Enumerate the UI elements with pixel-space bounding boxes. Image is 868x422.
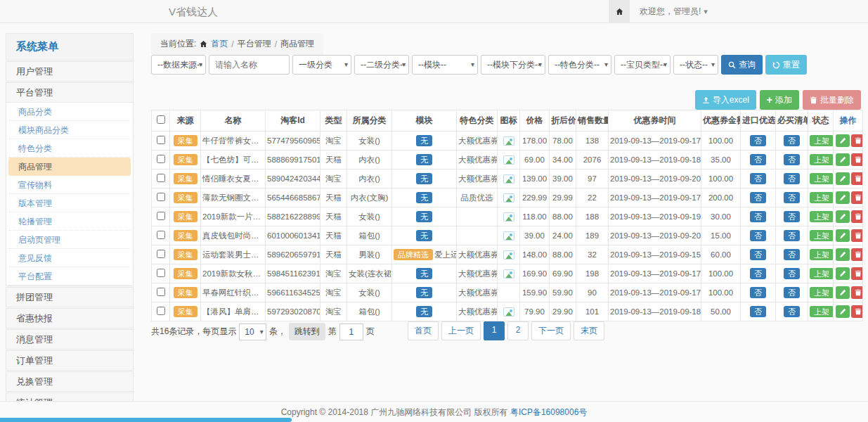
data-source-select[interactable]: --数据来源-- — [151, 55, 206, 75]
row-checkbox[interactable] — [157, 155, 165, 163]
row-checkbox[interactable] — [157, 174, 165, 182]
must-buy-badge[interactable]: 否 — [784, 230, 800, 241]
import-select-badge[interactable]: 否 — [750, 173, 766, 184]
status-badge[interactable]: 上架 — [810, 249, 834, 260]
row-checkbox[interactable] — [157, 288, 165, 296]
import-select-badge[interactable]: 否 — [750, 135, 766, 146]
sidebar-item-goods-category[interactable]: 商品分类 — [8, 103, 131, 121]
user-menu[interactable]: 欢迎您，管理员! — [640, 6, 708, 18]
level2-category-select[interactable]: --二级分类-- — [354, 55, 409, 75]
import-select-badge[interactable]: 否 — [750, 249, 766, 260]
import-excel-button[interactable]: 导入excel — [695, 90, 756, 110]
sidebar-item-promo-material[interactable]: 宣传物料 — [8, 176, 131, 194]
must-buy-badge[interactable]: 否 — [784, 268, 800, 279]
status-badge[interactable]: 上架 — [810, 135, 834, 146]
must-buy-badge[interactable]: 否 — [784, 249, 800, 260]
sidebar-item-group-buy-mgmt[interactable]: 拼团管理 — [6, 287, 134, 307]
import-select-badge[interactable]: 否 — [750, 192, 766, 203]
pager-prev[interactable]: 上一页 — [441, 321, 481, 340]
delete-button[interactable] — [851, 267, 863, 280]
home-button[interactable] — [609, 0, 630, 23]
sidebar-item-module-goods-category[interactable]: 模块商品分类 — [8, 121, 131, 139]
delete-button[interactable] — [851, 248, 863, 261]
sidebar-item-platform-config[interactable]: 平台配置 — [8, 267, 131, 286]
sidebar-item-carousel-mgmt[interactable]: 轮播管理 — [8, 212, 131, 231]
edit-button[interactable] — [836, 267, 850, 280]
delete-button[interactable] — [851, 172, 863, 185]
row-checkbox[interactable] — [157, 193, 165, 201]
status-badge[interactable]: 上架 — [810, 211, 834, 222]
breadcrumb-home-link[interactable]: 首页 — [211, 38, 228, 50]
sidebar-item-exchange-mgmt[interactable]: 兑换管理 — [6, 371, 134, 392]
import-select-badge[interactable]: 否 — [750, 287, 766, 298]
edit-button[interactable] — [836, 305, 850, 318]
feature-category-select[interactable]: --特色分类-- — [548, 55, 611, 75]
must-buy-badge[interactable]: 否 — [784, 211, 800, 222]
pager-next[interactable]: 下一页 — [531, 321, 571, 340]
edit-button[interactable] — [836, 229, 850, 242]
must-buy-badge[interactable]: 否 — [784, 287, 800, 298]
icp-link[interactable]: 粤ICP备16098006号 — [510, 407, 587, 417]
must-buy-badge[interactable]: 否 — [784, 306, 800, 317]
jump-button[interactable]: 跳转到 — [289, 323, 325, 340]
module-sub-select[interactable]: --模块下分类-- — [481, 55, 545, 75]
status-badge[interactable]: 上架 — [810, 192, 834, 203]
name-search-input[interactable] — [209, 55, 290, 75]
row-checkbox[interactable] — [157, 212, 165, 220]
pager-page-2[interactable]: 2 — [507, 321, 529, 340]
baby-type-select[interactable]: --宝贝类型-- — [614, 55, 671, 75]
sidebar-item-message-mgmt[interactable]: 消息管理 — [6, 329, 134, 350]
status-badge[interactable]: 上架 — [810, 230, 834, 241]
page-size-select[interactable]: 10 — [239, 324, 266, 340]
search-button[interactable]: 查询 — [721, 55, 763, 75]
status-badge[interactable]: 上架 — [810, 306, 834, 317]
module-select[interactable]: --模块-- — [412, 55, 478, 75]
status-badge[interactable]: 上架 — [810, 268, 834, 279]
delete-button[interactable] — [851, 210, 863, 223]
edit-button[interactable] — [836, 153, 850, 166]
pager-page-1[interactable]: 1 — [484, 321, 505, 340]
sidebar-item-order-mgmt[interactable]: 订单管理 — [6, 350, 134, 371]
pager-first[interactable]: 首页 — [408, 321, 439, 340]
pager-last[interactable]: 末页 — [574, 321, 604, 340]
status-badge[interactable]: 上架 — [810, 173, 834, 184]
select-all-checkbox[interactable] — [157, 115, 165, 124]
sidebar-item-version-mgmt[interactable]: 版本管理 — [8, 194, 131, 212]
delete-button[interactable] — [851, 191, 863, 204]
edit-button[interactable] — [836, 191, 850, 204]
row-checkbox[interactable] — [157, 250, 165, 258]
row-checkbox[interactable] — [157, 269, 165, 277]
row-checkbox[interactable] — [157, 231, 165, 239]
delete-button[interactable] — [851, 153, 863, 166]
status-badge[interactable]: 上架 — [810, 287, 834, 298]
sidebar-item-feedback[interactable]: 意见反馈 — [8, 249, 131, 267]
row-checkbox[interactable] — [157, 136, 165, 144]
import-select-badge[interactable]: 否 — [750, 268, 766, 279]
edit-button[interactable] — [836, 210, 850, 223]
import-select-badge[interactable]: 否 — [750, 154, 766, 165]
edit-button[interactable] — [836, 172, 850, 185]
sidebar-item-splash-mgmt[interactable]: 启动页管理 — [8, 231, 131, 249]
delete-button[interactable] — [851, 134, 863, 147]
must-buy-badge[interactable]: 否 — [784, 192, 800, 203]
level1-category-select[interactable]: 一级分类 — [292, 55, 351, 75]
row-checkbox[interactable] — [157, 307, 165, 315]
add-button[interactable]: 添加 — [760, 90, 799, 110]
sidebar-item-stats-mgmt[interactable]: 统计管理 — [6, 392, 134, 401]
status-badge[interactable]: 上架 — [810, 154, 834, 165]
delete-button[interactable] — [851, 229, 863, 242]
sidebar-item-goods-mgmt[interactable]: 商品管理 — [8, 158, 131, 176]
sidebar-item-user-mgmt[interactable]: 用户管理 — [6, 61, 134, 82]
must-buy-badge[interactable]: 否 — [784, 173, 800, 184]
edit-button[interactable] — [836, 134, 850, 147]
must-buy-badge[interactable]: 否 — [784, 135, 800, 146]
status-select[interactable]: --状态-- — [673, 55, 718, 75]
jump-page-input[interactable] — [339, 324, 363, 340]
import-select-badge[interactable]: 否 — [750, 306, 766, 317]
edit-button[interactable] — [836, 248, 850, 261]
delete-button[interactable] — [851, 305, 863, 318]
sidebar-item-feature-category[interactable]: 特色分类 — [8, 139, 131, 158]
sidebar-item-platform-mgmt[interactable]: 平台管理 — [6, 82, 134, 103]
import-select-badge[interactable]: 否 — [750, 230, 766, 241]
import-select-badge[interactable]: 否 — [750, 211, 766, 222]
